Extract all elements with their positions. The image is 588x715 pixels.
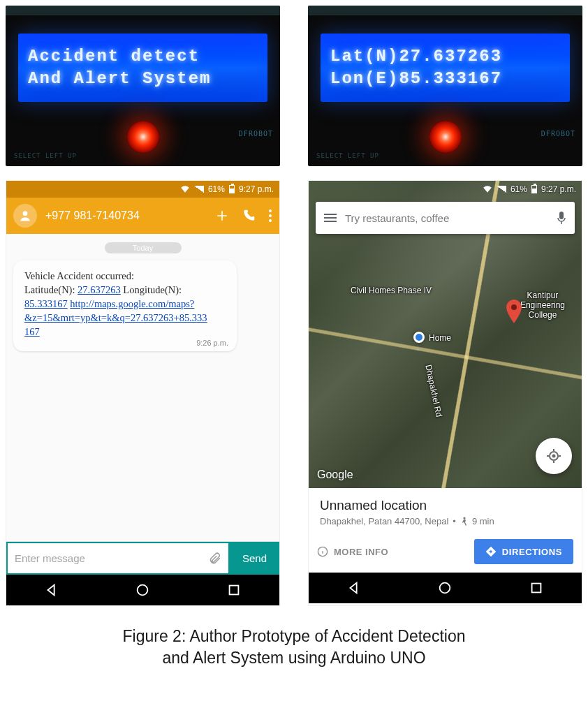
contact-number[interactable]: +977 981-7140734 xyxy=(45,209,207,222)
map-actions: MORE INFO DIRECTIONS xyxy=(309,533,582,573)
svg-point-10 xyxy=(463,517,465,519)
lcd-line: Accident detect xyxy=(28,45,258,68)
pcb-brand: DFROBOT xyxy=(541,130,575,138)
wifi-icon xyxy=(180,186,190,193)
status-time: 9:27 p.m. xyxy=(541,184,576,194)
svg-rect-5 xyxy=(229,586,238,595)
svg-point-9 xyxy=(553,455,555,457)
home-icon[interactable] xyxy=(437,580,453,596)
lcd-screen-coords: Lat(N)27.637263 Lon(E)85.333167 xyxy=(321,34,570,102)
battery-icon xyxy=(531,185,537,193)
svg-point-3 xyxy=(269,219,272,222)
contact-avatar-icon[interactable] xyxy=(13,204,37,228)
power-led-icon xyxy=(127,121,159,153)
map-info-card[interactable]: Unnamed location Dhapakhel, Patan 44700,… xyxy=(309,488,582,533)
poi-label[interactable]: Civil Homes Phase IV xyxy=(351,286,432,295)
status-bar: 61% 9:27 p.m. xyxy=(6,181,279,198)
status-icons: 61% 9:27 p.m. xyxy=(180,184,274,194)
directions-button[interactable]: DIRECTIONS xyxy=(474,539,573,564)
add-icon[interactable] xyxy=(215,209,229,223)
pcb-buttons: SELECT LEFT UP xyxy=(14,152,77,159)
my-location-button[interactable] xyxy=(536,438,572,474)
svg-point-0 xyxy=(23,211,28,216)
back-icon[interactable] xyxy=(346,580,362,596)
current-location-dot-icon[interactable] xyxy=(413,332,425,343)
search-placeholder: Try restaurants, coffee xyxy=(345,212,548,224)
svg-point-1 xyxy=(269,209,272,212)
status-bar: 61% 9:27 p.m. xyxy=(309,181,582,198)
lcd-screen-title: Accident detect And Alert System xyxy=(18,34,267,102)
lcd-line: And Alert System xyxy=(28,68,258,90)
battery-percent: 61% xyxy=(208,184,225,194)
sms-header-actions xyxy=(215,209,272,223)
svg-point-4 xyxy=(138,585,148,596)
sms-header: +977 981-7140734 xyxy=(6,198,279,234)
directions-icon xyxy=(485,546,497,557)
recents-icon[interactable] xyxy=(226,582,242,598)
pcb-brand: DFROBOT xyxy=(239,130,273,138)
figure-grid: Accident detect And Alert System DFROBOT… xyxy=(3,3,585,676)
home-icon[interactable] xyxy=(135,582,150,598)
longitude-link[interactable]: 85.333167 xyxy=(24,298,68,309)
maps-phone: 61% 9:27 p.m. Try restaurants, coffee Ci… xyxy=(308,180,582,606)
msg-text: Longitude(N): xyxy=(121,284,182,295)
signal-icon xyxy=(497,186,506,193)
map-pin-icon[interactable] xyxy=(506,300,522,323)
battery-percent: 61% xyxy=(510,184,527,194)
svg-point-7 xyxy=(511,304,517,310)
lcd-panel-title: Accident detect And Alert System DFROBOT… xyxy=(6,6,280,166)
sms-body[interactable]: Today Vehicle Accident occurred: Latitud… xyxy=(6,234,279,541)
google-logo: Google xyxy=(317,469,353,481)
day-label: Today xyxy=(105,242,182,253)
svg-point-2 xyxy=(269,214,272,217)
location-title: Unnamed location xyxy=(320,498,571,513)
status-time: 9:27 p.m. xyxy=(239,184,274,194)
menu-dots-icon[interactable] xyxy=(268,209,272,223)
sms-phone: 61% 9:27 p.m. +977 981-7140734 Today Veh… xyxy=(6,180,280,606)
map-url-link[interactable]: 167 xyxy=(24,326,40,337)
signal-icon xyxy=(194,186,204,193)
sms-message-bubble[interactable]: Vehicle Accident occurred: Latitude(N): … xyxy=(13,260,237,351)
lcd-panel-coords: Lat(N)27.637263 Lon(E)85.333167 DFROBOT … xyxy=(308,6,582,166)
walk-icon xyxy=(460,517,468,526)
msg-text: Vehicle Accident occurred: xyxy=(24,270,134,281)
battery-icon xyxy=(229,185,235,193)
wifi-icon xyxy=(483,186,492,193)
map-view[interactable]: 61% 9:27 p.m. Try restaurants, coffee Ci… xyxy=(309,181,582,488)
sms-composer: Enter message Send xyxy=(6,541,279,575)
pcb-buttons: SELECT LEFT UP xyxy=(316,152,379,159)
svg-rect-13 xyxy=(531,584,541,593)
info-icon xyxy=(317,546,328,557)
message-input[interactable]: Enter message xyxy=(6,542,230,575)
map-url-link[interactable]: http://maps.google.com/maps? xyxy=(70,298,194,309)
msg-text: Latitude(N): xyxy=(24,284,78,295)
status-icons: 61% 9:27 p.m. xyxy=(483,184,576,194)
input-placeholder: Enter message xyxy=(15,552,85,564)
lcd-line: Lat(N)27.637263 xyxy=(330,45,560,68)
map-url-link[interactable]: &z=15&mrt=yp&t=k&q=27.637263+85.333 xyxy=(24,312,207,323)
latitude-link[interactable]: 27.637263 xyxy=(78,284,121,295)
attach-icon[interactable] xyxy=(209,552,221,566)
more-info-button[interactable]: MORE INFO xyxy=(317,546,388,557)
lcd-line: Lon(E)85.333167 xyxy=(330,68,560,90)
back-icon[interactable] xyxy=(44,582,59,598)
svg-point-12 xyxy=(440,583,450,594)
map-search-card[interactable]: Try restaurants, coffee xyxy=(316,202,575,234)
svg-rect-6 xyxy=(559,212,564,219)
mic-icon[interactable] xyxy=(557,211,566,225)
msg-time: 9:26 p.m. xyxy=(196,338,228,348)
location-subtitle: Dhapakhel, Patan 44700, Nepal • 9 min xyxy=(320,516,571,526)
figure-caption: Figure 2: Author Prototype of Accident D… xyxy=(6,620,582,673)
hamburger-icon[interactable] xyxy=(324,214,337,222)
call-icon[interactable] xyxy=(242,209,256,223)
android-navbar xyxy=(309,573,582,603)
poi-label[interactable]: Kantipur Engineering College xyxy=(520,291,565,320)
recents-icon[interactable] xyxy=(529,580,544,596)
poi-home-label[interactable]: Home xyxy=(429,333,451,343)
power-led-icon xyxy=(429,121,462,153)
android-navbar xyxy=(6,575,279,605)
send-button[interactable]: Send xyxy=(230,542,279,575)
